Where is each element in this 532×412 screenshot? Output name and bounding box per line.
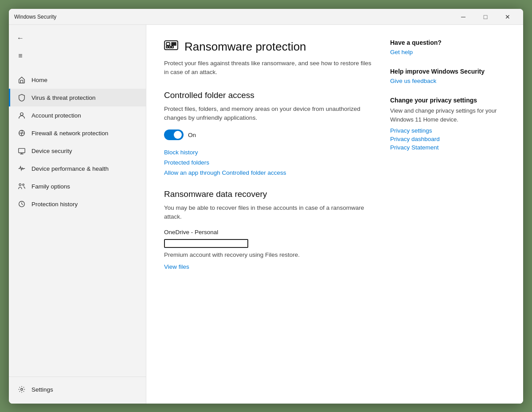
svg-rect-10 — [169, 46, 171, 48]
privacy-section: Change your privacy settings View and ch… — [390, 97, 505, 151]
svg-rect-2 — [19, 149, 25, 153]
sidebar-item-virus-label: Virus & threat protection — [31, 94, 96, 101]
toggle-label: On — [188, 132, 196, 138]
privacy-desc: View and change privacy settings for you… — [390, 106, 505, 124]
toggle-row: On — [164, 129, 372, 140]
sidebar-item-device-health-label: Device performance & health — [31, 165, 109, 172]
controlled-folder-links: Block history Protected folders Allow an… — [164, 149, 372, 176]
sidebar-item-home-label: Home — [31, 77, 47, 83]
svg-point-4 — [23, 184, 24, 186]
windows-security-window: Windows Security ─ □ ✕ ← ≡ — [9, 9, 523, 404]
improve-heading: Help improve Windows Security — [390, 68, 505, 75]
get-help-link[interactable]: Get help — [390, 49, 505, 55]
recovery-title: Ransomware data recovery — [164, 189, 372, 199]
page-description: Protect your files against threats like … — [164, 59, 372, 77]
svg-point-3 — [19, 184, 21, 186]
sidebar-item-settings[interactable]: Settings — [9, 381, 146, 398]
svg-point-6 — [21, 388, 23, 391]
sidebar-bottom: Settings — [9, 377, 146, 404]
main-content: Ransomware protection Protect your files… — [146, 25, 523, 404]
sidebar-item-account-label: Account protection — [31, 112, 81, 119]
sidebar-item-family-label: Family options — [31, 183, 70, 190]
page-header: Ransomware protection — [164, 39, 372, 55]
shield-icon — [17, 93, 26, 102]
controlled-folder-desc: Protect files, folders, and memory areas… — [164, 105, 372, 123]
titlebar: Windows Security ─ □ ✕ — [9, 9, 523, 25]
family-icon — [17, 182, 26, 191]
have-question-section: Have a question? Get help — [390, 39, 505, 55]
sidebar-item-family[interactable]: Family options — [9, 177, 146, 195]
svg-point-0 — [20, 113, 23, 115]
view-files-link[interactable]: View files — [164, 263, 189, 270]
sidebar-item-protection-history-label: Protection history — [31, 201, 78, 208]
window-title: Windows Security — [14, 14, 56, 20]
onedrive-label: OneDrive - Personal — [164, 229, 372, 235]
sidebar-item-virus[interactable]: Virus & threat protection — [9, 89, 146, 106]
svg-rect-13 — [172, 44, 176, 45]
sidebar-top: ← ≡ — [9, 25, 146, 67]
sidebar-nav: Home Virus & threat protection — [9, 67, 146, 377]
svg-rect-8 — [166, 43, 170, 45]
allow-app-link[interactable]: Allow an app through Controlled folder a… — [164, 169, 372, 176]
sidebar-item-firewall-label: Firewall & network protection — [31, 130, 108, 137]
controlled-folder-toggle[interactable] — [164, 129, 184, 140]
controlled-folder-title: Controlled folder access — [164, 90, 372, 100]
privacy-statement-link[interactable]: Privacy Statement — [390, 144, 505, 151]
account-icon — [17, 111, 26, 120]
svg-rect-9 — [166, 46, 168, 48]
sidebar-item-home[interactable]: Home — [9, 71, 146, 89]
sidebar-item-settings-label: Settings — [31, 386, 53, 393]
sidebar-item-firewall[interactable]: Firewall & network protection — [9, 124, 146, 142]
minimize-button[interactable]: ─ — [453, 10, 473, 24]
privacy-heading: Change your privacy settings — [390, 97, 505, 104]
give-feedback-link[interactable]: Give us feedback — [390, 78, 505, 84]
content-area: ← ≡ Home — [9, 25, 523, 404]
svg-rect-12 — [172, 43, 176, 43]
sidebar-item-account[interactable]: Account protection — [9, 106, 146, 124]
device-health-icon — [17, 164, 26, 173]
home-icon — [17, 75, 26, 84]
history-icon — [17, 200, 26, 208]
have-question-heading: Have a question? — [390, 39, 505, 46]
device-security-icon — [17, 146, 26, 155]
main-column: Ransomware protection Protect your files… — [164, 39, 372, 271]
titlebar-controls: ─ □ ✕ — [453, 10, 518, 24]
improve-section: Help improve Windows Security Give us fe… — [390, 68, 505, 84]
onedrive-desc: Premium account with recovery using File… — [164, 251, 372, 258]
privacy-settings-link[interactable]: Privacy settings — [390, 127, 505, 134]
privacy-dashboard-link[interactable]: Privacy dashboard — [390, 136, 505, 142]
page-title: Ransomware protection — [184, 40, 306, 54]
side-column: Have a question? Get help Help improve W… — [390, 39, 505, 271]
settings-icon — [17, 385, 26, 394]
menu-button[interactable]: ≡ — [12, 48, 28, 64]
sidebar-item-device-security-label: Device security — [31, 148, 72, 154]
close-button[interactable]: ✕ — [497, 10, 518, 24]
two-col-layout: Ransomware protection Protect your files… — [164, 39, 505, 271]
page-icon — [164, 39, 178, 55]
svg-rect-11 — [172, 46, 173, 48]
recovery-desc: You may be able to recover files in thes… — [164, 204, 372, 222]
sidebar-item-device-security[interactable]: Device security — [9, 142, 146, 160]
sidebar: ← ≡ Home — [9, 25, 146, 404]
protected-folders-link[interactable]: Protected folders — [164, 159, 372, 166]
onedrive-progress-bar — [164, 239, 248, 248]
block-history-link[interactable]: Block history — [164, 149, 372, 156]
back-button[interactable]: ← — [12, 30, 28, 46]
sidebar-item-device-health[interactable]: Device performance & health — [9, 160, 146, 177]
maximize-button[interactable]: □ — [475, 10, 496, 24]
sidebar-item-protection-history[interactable]: Protection history — [9, 195, 146, 213]
firewall-icon — [17, 129, 26, 137]
recovery-section: Ransomware data recovery You may be able… — [164, 189, 372, 271]
